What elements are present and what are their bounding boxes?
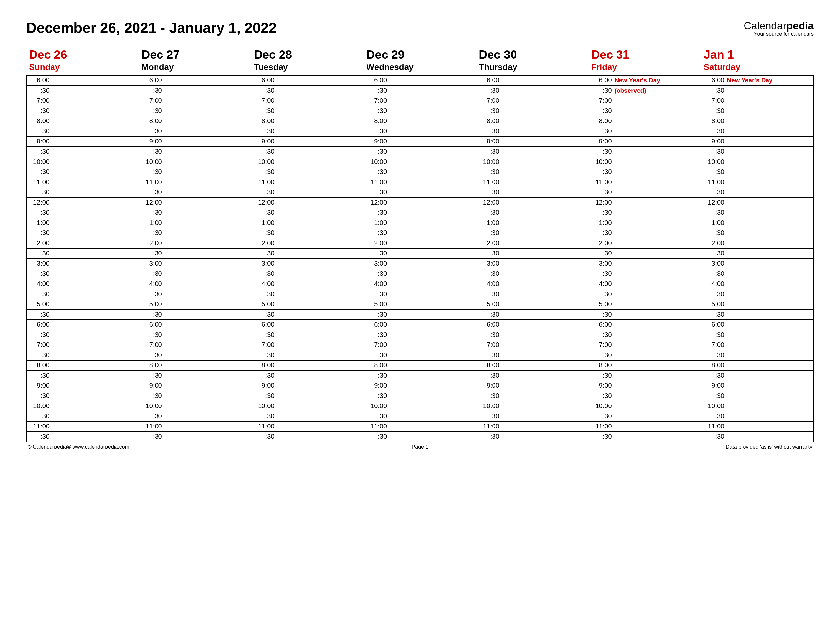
time-cell: 6:00New Year's Day — [701, 75, 814, 86]
time-label: 9:00 — [701, 382, 725, 390]
time-label: 6:00 — [701, 76, 725, 84]
time-label: 8:00 — [251, 117, 276, 125]
time-cell: 4:00 — [701, 279, 814, 289]
time-cell: :30 — [476, 371, 589, 380]
time-row: 8:008:008:008:008:008:008:00 — [27, 360, 814, 371]
time-label: 5:00 — [477, 301, 501, 308]
time-row: 12:0012:0012:0012:0012:0012:0012:00 — [27, 197, 814, 207]
time-cell: 11:00 — [476, 421, 589, 431]
time-row: 11:0011:0011:0011:0011:0011:0011:00 — [27, 177, 814, 187]
time-cell: :30 — [364, 350, 477, 360]
time-cell: 7:00 — [589, 340, 701, 350]
time-label: :30 — [477, 107, 501, 115]
time-cell: 2:00 — [589, 238, 701, 248]
day-date: Jan 1 — [704, 48, 811, 62]
time-label: :30 — [477, 168, 501, 176]
time-row: :30:30:30:30:30:30:30 — [27, 207, 814, 218]
time-cell: 12:00 — [476, 197, 589, 207]
time-label: 6:00 — [477, 76, 501, 84]
time-label: 8:00 — [27, 361, 51, 369]
time-row: :30:30:30:30:30:30(observed):30 — [27, 86, 814, 95]
time-cell: :30 — [589, 371, 701, 380]
time-cell: :30 — [589, 391, 701, 401]
time-cell: :30 — [251, 167, 364, 177]
time-cell: :30 — [27, 289, 139, 299]
time-label: :30 — [589, 433, 613, 440]
time-label: 6:00 — [364, 76, 388, 84]
time-cell: 1:00 — [27, 218, 139, 228]
time-label: 4:00 — [364, 280, 388, 288]
time-label: :30 — [589, 148, 613, 155]
time-label: 7:00 — [589, 97, 613, 105]
time-row: 6:006:006:006:006:006:00New Year's Day6:… — [27, 75, 814, 86]
time-cell: :30 — [251, 329, 364, 340]
time-row: 3:003:003:003:003:003:003:00 — [27, 258, 814, 269]
time-cell: :30 — [27, 207, 139, 218]
time-label: 2:00 — [477, 239, 501, 247]
time-cell: :30 — [364, 329, 477, 340]
time-label: :30 — [364, 229, 388, 237]
time-label: :30 — [589, 209, 613, 216]
time-cell: :30 — [251, 391, 364, 401]
time-cell: 5:00 — [701, 299, 814, 309]
time-label: :30 — [477, 127, 501, 135]
day-header: Dec 28Tuesday — [251, 47, 364, 75]
time-cell: 6:00 — [476, 75, 589, 86]
time-cell: :30 — [589, 228, 701, 238]
time-cell: 11:00 — [476, 177, 589, 187]
time-cell: 9:00 — [364, 380, 477, 391]
time-label: 10:00 — [139, 158, 163, 165]
time-cell: :30 — [701, 207, 814, 218]
time-cell: 1:00 — [251, 218, 364, 228]
time-label: :30 — [27, 310, 51, 318]
time-cell: 5:00 — [589, 299, 701, 309]
time-label: 11:00 — [589, 178, 613, 186]
time-label: 11:00 — [364, 423, 388, 430]
time-cell: 9:00 — [139, 380, 251, 391]
time-label: :30 — [139, 250, 163, 257]
time-label: 10:00 — [139, 402, 163, 410]
time-cell: 10:00 — [251, 401, 364, 411]
time-cell: :30 — [139, 309, 251, 320]
time-cell: :30 — [701, 431, 814, 442]
time-cell: :30 — [251, 371, 364, 380]
time-label: :30 — [364, 148, 388, 155]
time-label: :30 — [251, 310, 276, 318]
time-label: :30 — [364, 250, 388, 257]
time-label: 6:00 — [139, 76, 163, 84]
time-label: 9:00 — [27, 138, 51, 145]
time-cell: 4:00 — [27, 279, 139, 289]
time-cell: 7:00 — [27, 340, 139, 350]
time-cell: 5:00 — [364, 299, 477, 309]
time-cell: :30 — [364, 228, 477, 238]
time-label: 12:00 — [589, 199, 613, 206]
time-label: :30 — [139, 270, 163, 277]
time-cell: 8:00 — [701, 116, 814, 126]
time-cell: :30 — [589, 146, 701, 157]
day-header-row: Dec 26SundayDec 27MondayDec 28TuesdayDec… — [27, 47, 814, 75]
time-label: :30 — [27, 229, 51, 237]
time-label: :30 — [251, 87, 276, 94]
time-label: :30 — [701, 433, 725, 440]
time-label: :30 — [139, 229, 163, 237]
page-title: December 26, 2021 - January 1, 2022 — [26, 20, 276, 36]
time-cell: :30 — [476, 86, 589, 95]
time-cell: :30 — [364, 431, 477, 442]
time-cell: :30 — [139, 167, 251, 177]
time-label: 11:00 — [589, 423, 613, 430]
time-cell: 1:00 — [589, 218, 701, 228]
time-row: :30:30:30:30:30:30:30 — [27, 309, 814, 320]
time-cell: :30 — [27, 350, 139, 360]
time-label: 5:00 — [364, 301, 388, 308]
time-label: 8:00 — [364, 117, 388, 125]
time-cell: 11:00 — [139, 177, 251, 187]
time-cell: 11:00 — [364, 177, 477, 187]
time-label: :30 — [364, 290, 388, 298]
time-cell: 6:00 — [251, 75, 364, 86]
time-label: :30 — [477, 148, 501, 155]
time-cell: 9:00 — [27, 136, 139, 146]
time-row: :30:30:30:30:30:30:30 — [27, 329, 814, 340]
time-cell: 11:00 — [701, 421, 814, 431]
time-label: 4:00 — [139, 280, 163, 288]
time-row: 10:0010:0010:0010:0010:0010:0010:00 — [27, 401, 814, 411]
